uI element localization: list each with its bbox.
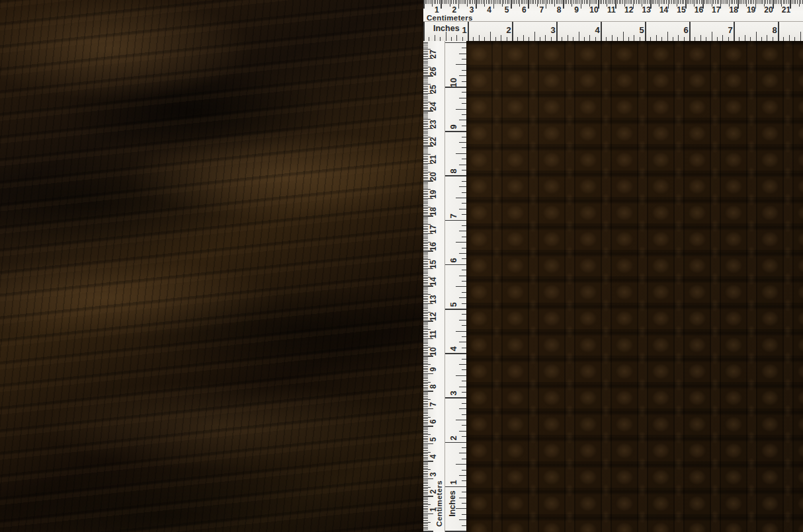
cm-tick (448, 0, 448, 4)
cm-tick (423, 342, 428, 342)
cm-tick (673, 0, 674, 4)
cm-tick (500, 0, 501, 4)
cm-tick (423, 173, 428, 174)
cm-tick (699, 0, 700, 4)
cm-tick (423, 248, 428, 249)
cm-tick (423, 324, 428, 324)
inch-number: 9 (449, 125, 458, 130)
cm-tick (423, 496, 433, 497)
cm-tick (612, 0, 613, 4)
cm-tick (786, 0, 787, 4)
inch-tick (445, 442, 466, 443)
cm-tick (657, 0, 658, 4)
cm-tick (750, 0, 751, 4)
cm-tick (423, 73, 428, 74)
cm-tick (423, 95, 428, 95)
cm-tick (423, 503, 428, 504)
cm-number: 17 (429, 225, 437, 233)
cm-tick (423, 436, 428, 437)
cm-tick (423, 520, 428, 521)
cm-tick (423, 132, 428, 132)
cm-tick (423, 354, 428, 354)
cm-tick (423, 441, 428, 442)
cm-tick (423, 228, 428, 229)
inch-tick (462, 514, 466, 515)
cm-tick (495, 0, 495, 4)
horizontal-ruler: Centimeters 1234567891011121314151617181… (423, 0, 803, 42)
cm-tick (423, 468, 428, 469)
fabric-product-photo: Centimeters 1234567891011121314151617181… (0, 0, 803, 532)
cm-tick (444, 0, 445, 4)
cm-tick (675, 0, 675, 4)
inch-tick (462, 203, 466, 204)
inch-tick (462, 159, 466, 159)
cm-tick (423, 453, 428, 454)
cm-tick (423, 323, 428, 323)
cm-tick (474, 0, 475, 4)
cm-tick (542, 0, 543, 4)
cm-tick (423, 487, 431, 488)
cm-tick (778, 0, 779, 4)
cm-number: 6 (429, 420, 437, 424)
cm-tick (423, 263, 428, 264)
cm-tick (467, 0, 468, 7)
cm-tick (704, 0, 705, 4)
cm-tick (423, 331, 428, 332)
cm-tick (423, 79, 428, 79)
cm-tick (423, 377, 428, 377)
cm-tick (423, 333, 428, 334)
cm-tick (647, 0, 648, 4)
cm-tick (478, 0, 478, 4)
cm-tick (423, 417, 431, 418)
cm-tick (751, 0, 752, 4)
cm-tick (575, 0, 576, 4)
cm-tick (423, 77, 428, 78)
cm-tick (423, 275, 428, 276)
cm-tick (423, 504, 431, 505)
cm-tick (661, 0, 661, 4)
inch-tick (445, 42, 466, 44)
cm-tick (423, 126, 428, 127)
cm-tick (595, 0, 595, 4)
inch-number: 8 (772, 26, 777, 34)
cm-tick (581, 0, 582, 9)
cm-tick (423, 429, 428, 430)
cm-tick (470, 0, 471, 4)
cm-tick (423, 438, 428, 439)
cm-tick (423, 424, 428, 424)
cm-tick (584, 0, 585, 4)
cm-tick (423, 391, 433, 392)
horizontal-inches-label: Inches (433, 24, 460, 33)
inch-tick (459, 253, 466, 254)
cm-tick (431, 0, 431, 4)
cm-tick (759, 0, 759, 4)
inch-tick (445, 531, 466, 532)
cm-tick (423, 59, 428, 60)
vertical-inches-label: Inches (448, 490, 457, 517)
cm-tick (423, 107, 428, 108)
cm-tick (423, 517, 428, 517)
cm-tick (423, 317, 428, 318)
cm-tick (554, 0, 555, 7)
cm-tick (423, 428, 428, 428)
cm-number: 2 (452, 6, 456, 14)
cm-tick (423, 108, 428, 109)
cm-tick (706, 0, 707, 4)
cm-tick (533, 0, 534, 4)
cm-tick (645, 0, 646, 4)
inch-tick (459, 408, 466, 409)
cm-tick (423, 523, 428, 524)
cm-tick (491, 0, 492, 4)
inch-tick (459, 142, 466, 143)
inch-number: 3 (550, 26, 555, 34)
cm-number: 18 (730, 6, 738, 14)
inch-tick (462, 59, 466, 59)
cm-tick (731, 0, 732, 4)
cm-number: 15 (677, 6, 685, 14)
inch-number: 2 (449, 436, 458, 440)
cm-tick (423, 492, 428, 493)
inch-tick (756, 32, 757, 41)
cm-tick (423, 167, 428, 167)
cm-tick (423, 373, 433, 375)
inch-tick (459, 98, 466, 98)
